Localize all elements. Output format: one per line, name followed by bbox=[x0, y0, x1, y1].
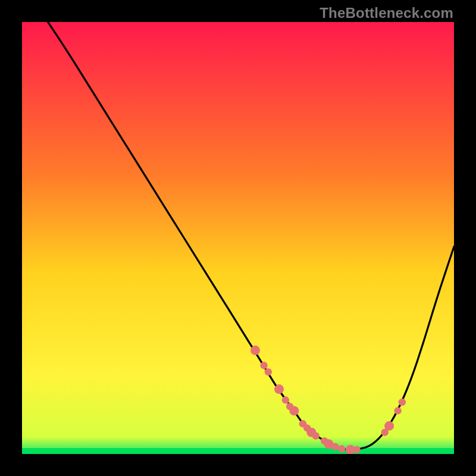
chart-plot-area bbox=[22, 22, 454, 454]
chart-svg bbox=[22, 22, 454, 454]
data-point bbox=[260, 362, 267, 369]
data-point bbox=[250, 346, 260, 355]
watermark-text: TheBottleneck.com bbox=[320, 5, 453, 21]
data-point bbox=[394, 407, 401, 414]
gradient-background bbox=[22, 22, 454, 454]
data-point bbox=[338, 445, 345, 452]
data-point bbox=[331, 443, 339, 450]
bottom-green-band bbox=[22, 448, 454, 454]
data-point bbox=[274, 384, 284, 394]
data-point bbox=[353, 446, 360, 453]
data-point bbox=[312, 432, 320, 439]
data-point bbox=[282, 396, 289, 403]
data-point bbox=[289, 406, 299, 415]
data-point bbox=[399, 399, 406, 406]
data-point bbox=[384, 421, 394, 431]
data-point bbox=[265, 368, 272, 375]
